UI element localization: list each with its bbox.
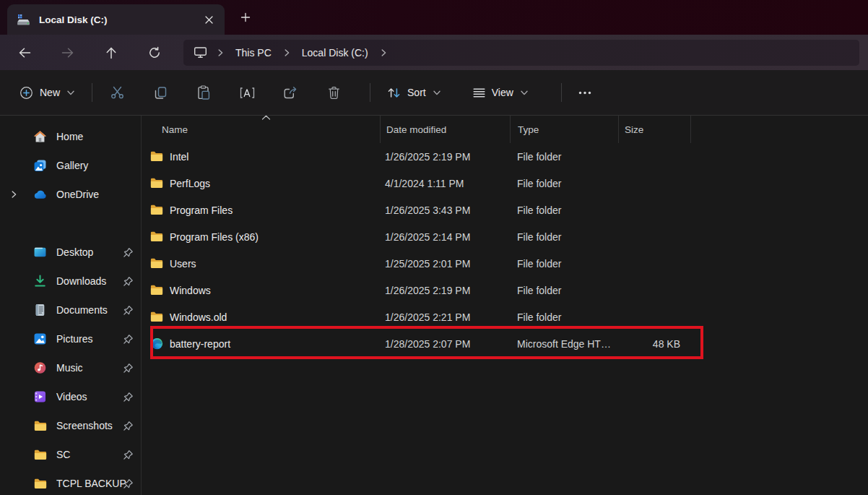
pin-icon [120,440,136,469]
content-area: Home Gallery OneDrive Desktop Downloads … [0,116,868,495]
file-row-intel[interactable]: Intel 1/26/2025 2:19 PM File folder [142,143,868,170]
file-row-battery-report[interactable]: battery-report 1/28/2025 2:07 PM Microso… [142,330,868,357]
file-size: 48 KB [618,338,690,350]
rename-icon [240,87,255,99]
file-date-modified: 1/26/2025 2:14 PM [380,231,510,243]
sidebar-item-pictures[interactable]: Pictures [0,324,141,353]
chevron-right-icon[interactable] [376,42,391,64]
paste-button[interactable] [188,79,220,106]
sort-button[interactable]: Sort [379,79,449,106]
file-date-modified: 4/1/2024 1:11 PM [380,178,510,189]
navigation-pane: Home Gallery OneDrive Desktop Downloads … [0,116,142,495]
sidebar-item-videos[interactable]: Videos [0,382,141,411]
up-button[interactable] [97,40,126,66]
column-header-size[interactable]: Size [618,116,690,143]
file-date-modified: 1/28/2025 2:07 PM [380,338,510,350]
edge-icon [150,338,163,350]
scissors-icon [110,85,125,100]
documents-icon [33,304,47,317]
sidebar-item-gallery[interactable]: Gallery [0,151,141,180]
trash-icon [328,86,340,100]
sidebar-item-sc[interactable]: SC [0,440,141,469]
file-type: File folder [510,205,618,216]
file-row-users[interactable]: Users 1/25/2025 2:01 PM File folder [142,250,868,277]
folder-icon [150,231,163,243]
file-date-modified: 1/26/2025 2:21 PM [380,311,510,323]
file-row-program-files-x86[interactable]: Program Files (x86) 1/26/2025 2:14 PM Fi… [142,223,868,250]
sidebar-item-downloads[interactable]: Downloads [0,267,141,296]
file-type: File folder [510,311,618,323]
file-row-windows[interactable]: Windows 1/26/2025 2:19 PM File folder [142,277,868,304]
sidebar-item-tcpl-backup[interactable]: TCPL BACKUP [0,469,141,495]
share-button[interactable] [274,79,306,106]
view-list-icon [473,87,485,98]
file-name: Users [170,258,196,270]
back-button[interactable] [10,40,39,66]
sidebar-item-music[interactable]: Music [0,353,141,382]
new-button[interactable]: New [12,79,83,106]
drive-icon [16,13,32,26]
sort-ascending-icon [261,115,271,120]
file-row-perflogs[interactable]: PerfLogs 4/1/2024 1:11 PM File folder [142,170,868,197]
chevron-right-icon[interactable] [279,42,295,64]
delete-button[interactable] [318,79,350,106]
column-headers: Name Date modified Type Size [142,116,868,143]
copy-button[interactable] [144,79,176,106]
sidebar-item-label: Gallery [56,160,141,171]
file-date-modified: 1/26/2025 3:43 PM [380,205,510,216]
sidebar-item-home[interactable]: Home [0,122,141,151]
breadcrumb-local-disk-c[interactable]: Local Disk (C:) [295,42,376,64]
file-explorer-window: Local Disk (C:) This PC Local Disk (C:) … [0,0,868,495]
sidebar-item-screenshots[interactable]: Screenshots [0,411,141,440]
breadcrumb-this-pc[interactable]: This PC [228,42,279,64]
column-header-date-modified[interactable]: Date modified [380,116,510,143]
chevron-down-icon [433,88,441,97]
sidebar-item-documents[interactable]: Documents [0,296,141,324]
new-tab-button[interactable] [235,7,256,27]
folder-icon [33,419,47,433]
sidebar-item-label: OneDrive [56,189,141,200]
folder-icon [150,311,163,323]
column-header-type[interactable]: Type [510,116,618,143]
file-type: Microsoft Edge HT… [510,338,618,350]
gallery-icon [33,159,47,173]
folder-icon [33,448,47,462]
file-name: Program Files (x86) [170,231,259,243]
ellipsis-icon [578,91,591,95]
chevron-right-icon[interactable] [212,42,228,64]
file-name: battery-report [170,338,230,350]
tab-title: Local Disk (C:) [39,14,199,25]
file-type: File folder [510,258,618,270]
navigation-bar: This PC Local Disk (C:) [0,35,868,70]
sort-arrows-icon [387,87,401,99]
forward-button[interactable] [53,40,82,66]
column-header-name[interactable]: Name [142,116,380,143]
file-date-modified: 1/25/2025 2:01 PM [380,258,510,270]
refresh-button[interactable] [140,40,169,66]
address-bar[interactable]: This PC Local Disk (C:) [183,40,859,66]
column-header-date-label: Date modified [386,124,446,135]
explorer-tab[interactable]: Local Disk (C:) [7,4,225,35]
share-icon [283,86,298,100]
chevron-right-icon[interactable] [9,180,18,209]
videos-icon [33,390,47,404]
pin-icon [120,469,136,495]
toolbar-separator [370,83,370,102]
file-row-windows-old[interactable]: Windows.old 1/26/2025 2:21 PM File folde… [142,304,868,330]
pin-icon [120,382,136,411]
close-tab-icon[interactable] [199,10,219,29]
pin-icon [120,324,136,353]
sidebar-item-onedrive[interactable]: OneDrive [0,180,141,209]
column-header-name-label: Name [162,124,188,135]
command-toolbar: New Sort View [0,70,868,116]
view-button[interactable]: View [465,79,537,106]
monitor-icon[interactable] [188,42,212,64]
file-date-modified: 1/26/2025 2:19 PM [380,151,510,163]
title-bar: Local Disk (C:) [0,0,868,35]
rename-button[interactable] [231,79,263,106]
file-row-program-files[interactable]: Program Files 1/26/2025 3:43 PM File fol… [142,197,868,223]
column-separator [690,116,692,143]
cut-button[interactable] [101,79,133,106]
sidebar-item-desktop[interactable]: Desktop [0,238,141,267]
more-options-button[interactable] [570,79,599,106]
